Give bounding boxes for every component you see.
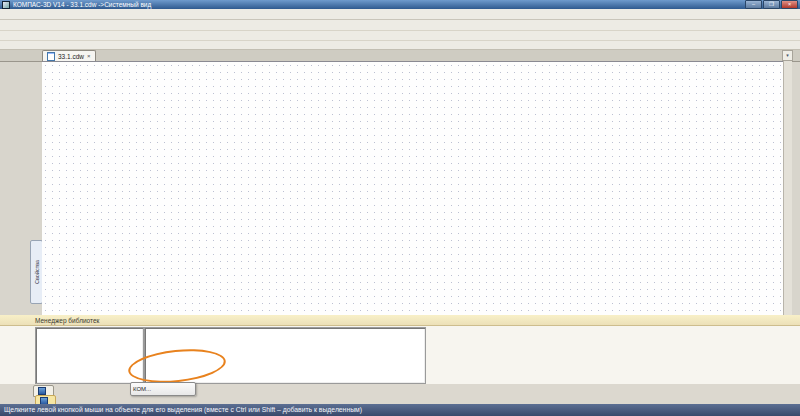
- library-panel-body: [0, 326, 800, 384]
- close-button[interactable]: ×: [781, 0, 798, 9]
- drawing-toolbar: [0, 41, 800, 50]
- document-tab[interactable]: 33.1.cdw ×: [42, 50, 96, 61]
- minimize-button[interactable]: –: [745, 0, 762, 9]
- status-bar: Щелкните левой кнопкой мыши на объекте д…: [0, 404, 800, 416]
- schematic-svg: [42, 62, 783, 317]
- library-tree-pane[interactable]: [35, 327, 144, 384]
- scroll-menu-arrow[interactable]: ▾: [782, 50, 793, 61]
- minimized-document-window[interactable]: КОМ...: [130, 382, 196, 396]
- library-manager-panel: Менеджер библиотек: [0, 315, 800, 404]
- drawing-canvas[interactable]: [42, 61, 783, 317]
- current-state-toolbar: [0, 31, 800, 41]
- vertical-scrollbar[interactable]: [783, 61, 792, 316]
- window-title: КОМПАС-3D V14 - 33.1.cdw ->Системный вид: [13, 1, 151, 8]
- app-icon: [2, 1, 10, 9]
- library-panel-header[interactable]: Менеджер библиотек: [0, 315, 800, 326]
- maximize-button[interactable]: ❐: [763, 0, 780, 9]
- menu-bar: [0, 9, 800, 20]
- library-tab-icon: [38, 387, 46, 395]
- minimized-window-title: КОМ...: [133, 386, 192, 392]
- standard-toolbar: [0, 20, 800, 31]
- document-tab-label: 33.1.cdw: [58, 53, 84, 60]
- title-bar: КОМПАС-3D V14 - 33.1.cdw ->Системный вид…: [0, 0, 800, 9]
- library-panel-title: Менеджер библиотек: [35, 317, 99, 324]
- drawing-file-icon: [47, 52, 55, 61]
- tab-close-icon[interactable]: ×: [87, 53, 91, 59]
